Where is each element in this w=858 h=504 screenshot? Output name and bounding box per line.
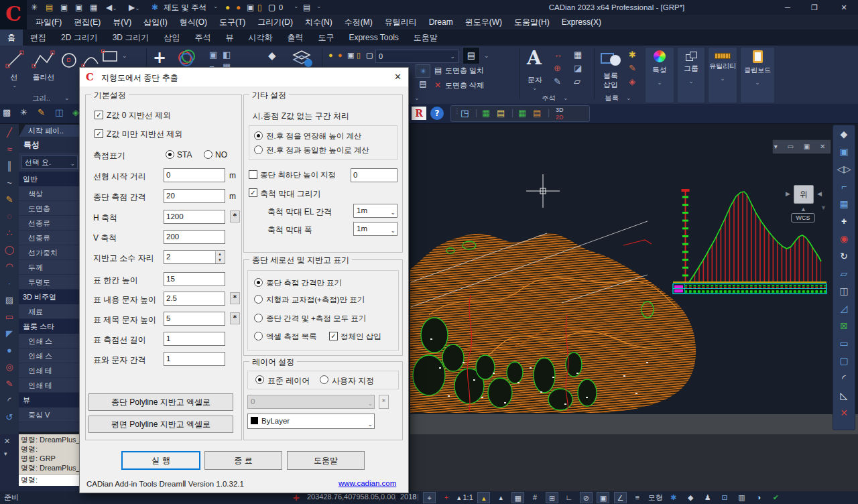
palette-section-general[interactable]: 일반: [19, 172, 80, 186]
excel-abc-icon[interactable]: ▦: [518, 108, 526, 118]
text-caret-icon[interactable]: ⌄: [532, 84, 538, 91]
menu-item[interactable]: Dream: [423, 15, 459, 29]
undo-icon[interactable]: ◀⌄: [106, 1, 117, 14]
point-nodes-icon[interactable]: ∴: [0, 225, 19, 241]
3d-to-2d-icon[interactable]: 3D2D: [556, 107, 564, 121]
restore-button[interactable]: ❐: [804, 1, 824, 14]
layer-unlock-icon[interactable]: ▯: [257, 1, 262, 13]
layer-on-icon[interactable]: ●: [328, 51, 333, 59]
model-space-button[interactable]: 모형: [648, 492, 663, 503]
title-text-star-button[interactable]: *: [230, 312, 240, 324]
split-icon[interactable]: ◫: [55, 107, 63, 117]
command-expand-icon[interactable]: ▾: [4, 450, 7, 457]
chamfer-icon[interactable]: ◺: [833, 387, 855, 404]
profile-polyline-excel-button[interactable]: 종단 Polyline 지반고 엑셀로: [88, 393, 233, 411]
palette-section-view[interactable]: 뷰: [19, 393, 80, 407]
boundary-icon[interactable]: ●: [0, 342, 19, 359]
table-tool-icon[interactable]: ▦: [574, 50, 582, 60]
menu-item[interactable]: 삽입(I): [137, 15, 173, 29]
selection-dropdown[interactable]: 선택 요.⌄: [21, 155, 78, 169]
layer-delete-icon[interactable]: ✕: [434, 80, 441, 90]
ribbon-tab[interactable]: 도움말: [406, 29, 445, 46]
block-create-icon[interactable]: ✱: [629, 50, 636, 60]
content-text-star-button[interactable]: *: [230, 292, 240, 304]
move-tool-icon[interactable]: +: [153, 48, 166, 67]
grid-toggle[interactable]: #: [529, 492, 542, 503]
exit-button[interactable]: 종 료: [204, 451, 282, 470]
extend-icon[interactable]: ⊠: [833, 317, 855, 334]
row-height-input[interactable]: 15: [164, 272, 225, 286]
bar-width-dropdown[interactable]: 1m⌄: [353, 222, 397, 236]
station-interval-input[interactable]: 20: [164, 189, 225, 203]
mirror-icon[interactable]: ◁▷: [833, 160, 855, 178]
isolate-objects-icon[interactable]: ◆: [684, 492, 697, 503]
polyline-tool-label[interactable]: 폴리선: [28, 72, 59, 82]
annotation-group-label[interactable]: 주석: [542, 94, 556, 103]
paste-icon[interactable]: ▤: [533, 108, 541, 118]
line-tool-label[interactable]: 선: [3, 72, 25, 82]
layer-swatch-icon[interactable]: ▢: [366, 51, 373, 60]
rectangle-tool-icon[interactable]: [101, 49, 122, 64]
viewcube-top-face[interactable]: 위: [794, 185, 814, 204]
scale-icon[interactable]: ▱: [833, 265, 855, 282]
line-icon[interactable]: ╱: [0, 124, 19, 141]
arc-icon[interactable]: ◠: [0, 258, 19, 275]
layer-isolate-icon[interactable]: ✳: [416, 64, 430, 78]
title-text-height-input[interactable]: 5: [164, 312, 225, 326]
parallel-icon[interactable]: ║: [0, 158, 19, 174]
explode-icon[interactable]: ✕: [833, 404, 855, 422]
rotate-icon[interactable]: ◉: [833, 230, 855, 247]
palette-row[interactable]: 두께: [19, 260, 80, 275]
ortho-toggle[interactable]: ∟: [563, 492, 576, 503]
block-edit-icon[interactable]: ✎: [629, 63, 636, 73]
excel-export-icon[interactable]: ▦: [482, 108, 490, 118]
stretch-icon[interactable]: ◫: [833, 282, 855, 300]
palette-row[interactable]: 중심 V: [19, 407, 80, 422]
windows-icon[interactable]: ▥: [735, 492, 748, 503]
palette-title[interactable]: 특성: [19, 137, 80, 153]
command-close-icon[interactable]: ✕: [4, 437, 10, 446]
close-button[interactable]: ✕: [834, 1, 854, 14]
polyline-tool-icon[interactable]: [31, 49, 56, 72]
palette-row[interactable]: 선종류: [19, 231, 80, 245]
selection-icon[interactable]: ▩: [3, 107, 11, 117]
undo-swirl-icon[interactable]: ↺: [0, 409, 19, 426]
workspace-caret-icon[interactable]: ⌄: [213, 3, 219, 9]
layer-freeze-icon[interactable]: ●: [338, 51, 343, 59]
recommend-badge[interactable]: R: [412, 107, 426, 120]
trim-icon[interactable]: ◿: [833, 300, 855, 317]
move-icon[interactable]: +: [833, 212, 855, 230]
dream-convert-icon[interactable]: ◳: [461, 108, 469, 118]
snap-mode-toggle[interactable]: ⊞: [546, 492, 558, 503]
el-interval-dropdown[interactable]: 1m⌄: [353, 204, 397, 218]
ribbon-tab[interactable]: 3D 그리기: [105, 29, 157, 46]
save-icon[interactable]: ▣: [60, 1, 68, 13]
help-button[interactable]: 도움말: [287, 451, 365, 470]
ribbon-tab[interactable]: 주석: [187, 29, 218, 46]
fillet-icon[interactable]: ◜: [0, 392, 19, 409]
workspace-gear-icon[interactable]: ✱: [151, 1, 158, 13]
center-mark-icon[interactable]: ⊕: [554, 63, 561, 73]
menu-item[interactable]: 도구(T): [213, 15, 251, 29]
user-icon[interactable]: ♟: [701, 492, 714, 503]
clipboard-tile[interactable]: 클립보드 ⌄: [740, 47, 775, 103]
copy-icon[interactable]: ▣: [833, 143, 855, 160]
save-as-icon[interactable]: ▣: [75, 1, 82, 13]
annotation-group-caret-icon[interactable]: ⌄: [563, 94, 568, 101]
polyline-icon[interactable]: ≈: [0, 141, 19, 158]
h-scale-input[interactable]: 1200: [164, 210, 225, 224]
block-attribute-icon[interactable]: ◈: [629, 76, 635, 86]
palette-row[interactable]: 도면층: [19, 201, 80, 216]
palette-section-plot[interactable]: 플롯 스타: [19, 319, 80, 334]
no-radio[interactable]: [204, 150, 212, 159]
wcs-badge[interactable]: WCS: [791, 213, 815, 223]
offset-icon[interactable]: ⌐: [833, 178, 855, 195]
status-ok-icon[interactable]: ✔: [770, 492, 782, 503]
array-icon[interactable]: ▦: [833, 195, 855, 212]
app-logo[interactable]: C: [0, 0, 27, 29]
region-icon[interactable]: ◤: [0, 325, 19, 342]
revcloud-icon[interactable]: ✎: [0, 375, 19, 392]
snap-tracking-toggle[interactable]: ⌖: [423, 492, 436, 503]
menu-item[interactable]: 치수(N): [299, 15, 339, 29]
palette-row[interactable]: 인쇄 스: [19, 334, 80, 349]
